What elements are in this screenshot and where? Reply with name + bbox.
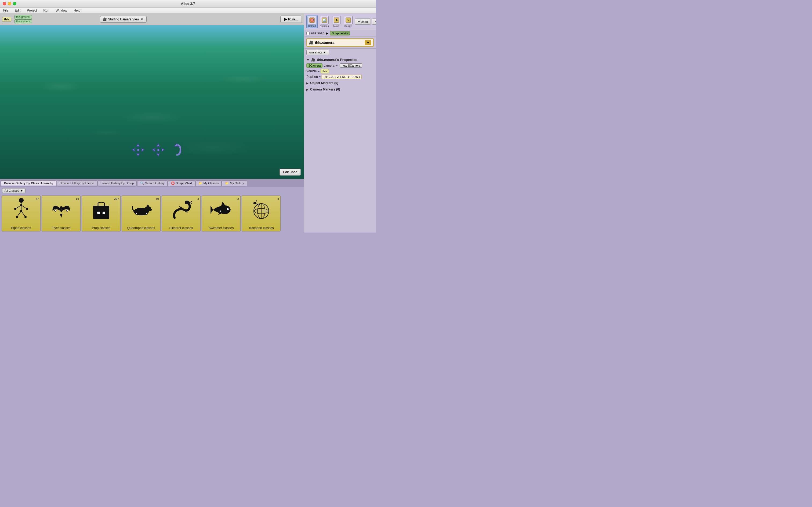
camera-icon-small: 🎥 [103, 17, 107, 21]
svg-point-22 [20, 204, 22, 206]
default-tool-icon: 🎯 [308, 16, 316, 24]
redo-icon: ↪ [375, 20, 376, 23]
titlebar: Alice 3.7 [0, 0, 376, 7]
titlebar-buttons [3, 2, 16, 5]
tab-search[interactable]: 🔍 Search Gallery [137, 180, 168, 186]
gallery-item-prop[interactable]: 297 [81, 195, 121, 231]
svg-rect-29 [100, 212, 103, 214]
search-icon: 🔍 [140, 181, 144, 185]
menu-help[interactable]: Help [72, 8, 81, 13]
tool-default[interactable]: 🎯 Default [306, 15, 317, 28]
tab-shapes[interactable]: ⭕ Shapes/Text [168, 180, 195, 186]
svg-point-18 [26, 208, 28, 210]
position-value[interactable]: ( x: 0.00 , y: 1.56 , z: -7.85 ) [322, 75, 362, 79]
new-scamera-button[interactable]: new SCamera [340, 63, 362, 68]
snap-details-button[interactable]: Snap details [330, 31, 350, 36]
menubar: File Edit Project Run Window Help [0, 7, 376, 13]
tab-class-hierarchy[interactable]: Browse Gallery By Class Hierarchy [1, 180, 56, 185]
undo-button[interactable]: ↩ Undo [355, 18, 371, 25]
close-button[interactable] [3, 2, 6, 5]
object-markers-section: ▶ Object Markers (0) [306, 80, 374, 86]
scene-panel: this this.ground this.camera 🎥 Starting … [0, 13, 304, 233]
app-title: Alice 3.7 [181, 2, 195, 6]
menu-window[interactable]: Window [55, 8, 68, 13]
gallery-item-transport[interactable]: 4 [242, 195, 281, 231]
snap-arrow-icon: ▶ [326, 32, 329, 35]
camera-view-button[interactable]: 🎥 Starting Camera View ▼ [100, 16, 147, 22]
object-markers-header[interactable]: ▶ Object Markers (0) [306, 80, 374, 86]
gallery-item-biped[interactable]: 47 [2, 195, 41, 231]
svg-point-20 [25, 216, 26, 218]
tool-resize[interactable]: ⤡ Resize [343, 15, 354, 28]
scene-object-camera[interactable]: this.camera [14, 19, 32, 23]
minimize-button[interactable] [8, 2, 11, 5]
gallery-item-swimmer[interactable]: 2 [201, 195, 241, 231]
slitherer-icon [169, 198, 193, 222]
play-icon: ▶ [284, 17, 287, 21]
tab-group[interactable]: Browse Gallery By Group [98, 180, 137, 185]
svg-line-16 [21, 211, 25, 217]
move-handle-1[interactable] [131, 143, 146, 157]
svg-marker-1 [136, 153, 139, 156]
use-snap-checkbox[interactable] [306, 32, 309, 35]
this-label: this [2, 17, 11, 22]
svg-point-41 [185, 201, 189, 204]
folder-icon-2: 📁 [225, 181, 229, 185]
menu-edit[interactable]: Edit [14, 8, 21, 13]
camera-type-label: camera [324, 64, 334, 67]
menu-project[interactable]: Project [26, 8, 38, 13]
gallery-item-flyer[interactable]: 14 [42, 195, 80, 231]
flyer-count: 14 [76, 197, 79, 200]
transport-icon [249, 198, 273, 222]
camera-markers-title: Camera Markers (0) [310, 88, 340, 91]
edit-code-button[interactable]: Edit Code [280, 169, 301, 176]
camera-markers-section: ▶ Camera Markers (0) [306, 87, 374, 92]
scamera-row: SCamera camera ← new SCamera [306, 63, 374, 68]
arrow-left-icon: ← [335, 64, 339, 67]
snap-row: use snap ▶ Snap details [304, 30, 376, 37]
tool-move[interactable]: ✥ Move [331, 15, 342, 28]
redo-button[interactable]: ↪ Redo [372, 18, 376, 25]
svg-point-11 [19, 198, 23, 203]
vehicle-row: Vehicle = this [306, 69, 374, 73]
svg-point-19 [16, 216, 18, 218]
prop-icon [89, 198, 113, 222]
tab-my-gallery[interactable]: 📁 My Gallery [222, 180, 247, 186]
flyer-label: Flyer classes [52, 226, 70, 230]
tab-theme[interactable]: Browse Gallery By Theme [57, 180, 97, 185]
svg-marker-3 [141, 148, 144, 152]
slitherer-count: 3 [197, 197, 199, 200]
vehicle-value[interactable]: this [321, 69, 329, 73]
gallery-item-quadruped[interactable]: 39 [122, 195, 161, 231]
tool-rotation[interactable]: 🔄 Rotation [319, 15, 330, 28]
scene-object-ground[interactable]: this.ground [14, 15, 32, 19]
menu-file[interactable]: File [2, 8, 9, 13]
camera-markers-header[interactable]: ▶ Camera Markers (0) [306, 87, 374, 92]
svg-text:✥: ✥ [335, 18, 338, 22]
props-header: ▼ 🎥 this.camera's Properties [306, 58, 374, 62]
gallery-item-slitherer[interactable]: 3 [162, 195, 200, 231]
all-classes-button[interactable]: All Classes ▼ [2, 188, 25, 193]
props-collapse-arrow[interactable]: ▼ [306, 58, 309, 62]
move-handle-2[interactable] [151, 143, 166, 157]
quadruped-icon [129, 198, 153, 222]
main-layout: this this.ground this.camera 🎥 Starting … [0, 13, 376, 233]
tab-my-classes[interactable]: 📁 My Classes [195, 180, 222, 186]
position-label: Position = [306, 75, 321, 79]
one-shots-button[interactable]: one shots ▼ [306, 50, 329, 55]
svg-point-26 [66, 210, 68, 211]
prop-label: Prop classes [92, 226, 110, 230]
camera-select-box[interactable]: 🎥 this.camera ▼ [306, 39, 374, 47]
properties-panel: ▼ 🎥 this.camera's Properties SCamera cam… [304, 56, 376, 233]
camera-dropdown-arrow[interactable]: ▼ [365, 40, 371, 45]
menu-run[interactable]: Run [42, 8, 50, 13]
rotate-handle[interactable] [171, 143, 182, 157]
run-button[interactable]: ▶ Run... [280, 15, 302, 23]
maximize-button[interactable] [13, 2, 16, 5]
transport-label: Transport classes [248, 226, 274, 230]
use-snap-label: use snap [311, 32, 325, 35]
chevron-down-icon: ▼ [20, 189, 23, 192]
shapes-icon: ⭕ [171, 181, 175, 185]
svg-marker-5 [157, 144, 160, 147]
viewport: Edit Code [0, 25, 304, 179]
